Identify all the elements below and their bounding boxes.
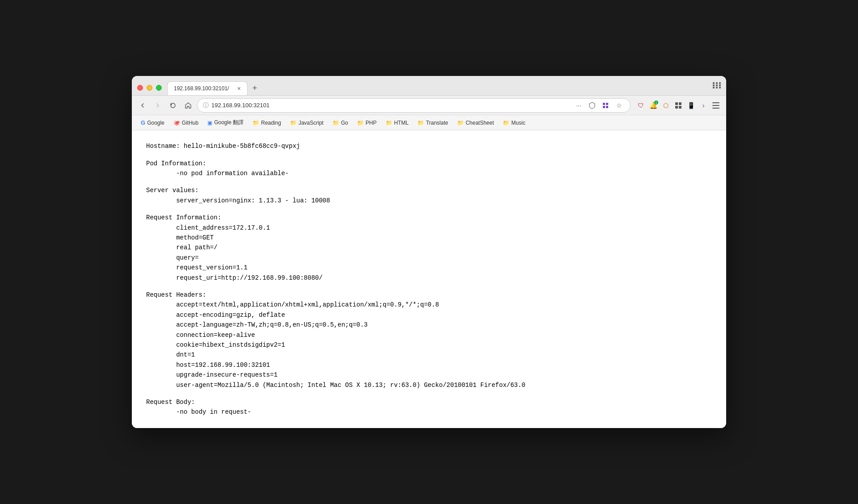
bookmark-html-label: HTML [394,120,409,126]
request-info-header: Request Information: [146,213,712,223]
folder-cheatsheet-icon: 📁 [457,120,464,126]
svg-rect-10 [606,103,608,105]
svg-rect-4 [716,84,718,86]
traffic-lights [137,85,162,91]
puzzle-icon[interactable] [600,100,611,111]
bookmark-music-label: Music [511,120,525,126]
address-input[interactable] [211,102,570,109]
bookmark-php[interactable]: 📁 PHP [353,118,380,128]
new-tab-button[interactable]: + [248,82,261,94]
folder-js-icon: 📁 [290,120,297,126]
bookmark-go-label: Go [341,120,348,126]
reload-button[interactable] [167,99,179,112]
svg-rect-14 [679,102,681,105]
bookmark-google-label: Google [147,120,164,126]
bookmark-reading[interactable]: 📁 Reading [249,118,285,128]
back-button[interactable] [136,99,149,112]
accept-language: accept-language=zh-TW,zh;q=0.8,en-US;q=0… [146,320,712,330]
bookmark-music[interactable]: 📁 Music [499,118,529,128]
upgrade-insecure: upgrade-insecure-requests=1 [146,370,712,380]
tab-title: 192.168.99.100:32101/ [174,85,229,92]
bookmark-github-label: GitHub [182,120,198,126]
bookmark-translate-label: Translate [426,120,448,126]
phone-icon[interactable]: 📱 [685,100,697,111]
pod-info-header: Pod Information: [146,159,712,168]
folder-html-icon: 📁 [386,120,392,126]
bookmark-github[interactable]: 🐙 GitHub [170,118,202,128]
tab-close-button[interactable]: × [237,85,241,92]
svg-rect-13 [675,102,678,105]
forward-button[interactable] [151,99,164,112]
folder-music-icon: 📁 [503,120,509,126]
browser-window: 192.168.99.100:32101/ × + [132,76,726,428]
svg-rect-5 [719,84,721,86]
hamburger-menu[interactable] [710,100,722,111]
minimize-button[interactable] [147,85,152,91]
folder-translate-icon: 📁 [417,120,424,126]
bookmark-reading-label: Reading [261,120,281,126]
more-icon[interactable]: › [698,100,709,111]
close-button[interactable] [137,85,143,91]
shield-icon[interactable] [586,100,598,111]
cookie: cookie=hibext_instdsigdipv2=1 [146,340,712,350]
folder-php-icon: 📁 [357,120,364,126]
bookmark-translate[interactable]: 📁 Translate [414,118,452,128]
bookmark-javascript[interactable]: 📁 JavaScript [286,118,327,128]
maximize-button[interactable] [156,85,162,91]
svg-rect-2 [719,82,721,84]
hostname-line: Hostname: hello-minikube-5b8fc68cc9-qvpx… [146,141,712,151]
server-version: server_version=nginx: 1.13.3 - lua: 1000… [146,196,712,206]
bookmark-html[interactable]: 📁 HTML [382,118,412,128]
svg-rect-1 [716,82,718,84]
request-headers-header: Request Headers: [146,290,712,300]
address-bar-container[interactable]: ⓘ ··· ☆ [197,98,631,113]
bookmark-php-label: PHP [366,120,377,126]
folder-reading-icon: 📁 [252,120,259,126]
bookmark-cheatsheet-label: CheatSheet [466,120,494,126]
svg-rect-17 [712,102,719,103]
query: query= [146,253,712,263]
info-icon: ⓘ [203,101,209,109]
dnt: dnt=1 [146,350,712,360]
method: method=GET [146,233,712,243]
svg-rect-0 [713,82,715,84]
home-button[interactable] [182,99,194,112]
pod-info-value: -no pod information available- [146,168,712,178]
svg-rect-6 [713,87,715,88]
svg-rect-12 [606,106,608,108]
grid-icon[interactable] [673,100,684,111]
server-header: Server values: [146,185,712,195]
request-version: request_version=1.1 [146,263,712,273]
active-tab[interactable]: 192.168.99.100:32101/ × [167,81,248,95]
client-address: client_address=172.17.0.1 [146,223,712,233]
bookmark-cheatsheet[interactable]: 📁 CheatSheet [454,118,497,128]
address-bar-actions: ··· ☆ [573,100,625,111]
google-icon: G [141,119,145,126]
host: host=192.168.99.100:32101 [146,360,712,370]
notification-icon[interactable]: 🔔 1 [648,100,659,111]
bookmark-google[interactable]: G Google [137,118,168,128]
request-body-header: Request Body: [146,397,712,407]
container-icon[interactable]: ⬡ [660,100,672,111]
accept-encoding: accept-encoding=gzip, deflate [146,310,712,320]
bookmarks-bar: G Google 🐙 GitHub ▣ Google 翻譯 📁 Reading … [132,115,726,130]
svg-rect-11 [603,106,605,108]
title-bar: 192.168.99.100:32101/ × + [132,76,726,96]
page-content: Hostname: hello-minikube-5b8fc68cc9-qvpx… [132,130,726,428]
bookmark-gtranslate[interactable]: ▣ Google 翻譯 [204,117,247,128]
bookmark-gtranslate-label: Google 翻譯 [214,119,244,126]
star-icon[interactable]: ☆ [613,100,625,111]
svg-rect-18 [712,105,719,106]
ellipsis-button[interactable]: ··· [573,100,585,111]
github-icon: 🐙 [173,120,180,126]
connection: connection=keep-alive [146,330,712,340]
svg-rect-15 [675,106,678,109]
extension-icons: 🛡 🔔 1 ⬡ 📱 › [635,100,722,111]
nav-bar: ⓘ ··· ☆ [132,96,726,115]
svg-rect-9 [603,103,605,105]
svg-rect-16 [679,106,681,109]
bookmark-go[interactable]: 📁 Go [329,118,352,128]
ublock-icon[interactable]: 🛡 [635,100,647,111]
real-path: real path=/ [146,243,712,252]
tab-menu-button[interactable] [713,81,721,91]
